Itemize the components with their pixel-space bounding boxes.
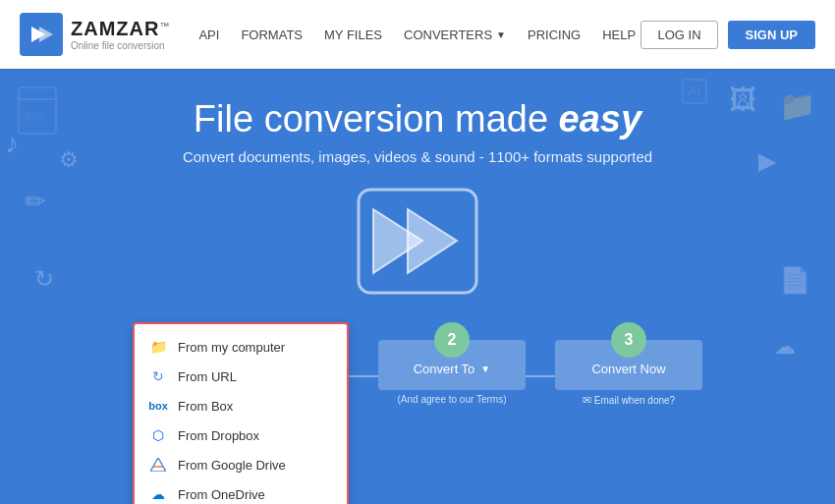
step-connector-1 [349, 375, 378, 377]
terms-label: (And agree to our Terms) [398, 394, 507, 405]
nav-formats[interactable]: FORMATS [241, 28, 303, 42]
step3-bubble: 3 [611, 322, 646, 358]
from-computer-option[interactable]: 📁 From my computer [135, 332, 347, 362]
step-connector-2 [526, 375, 555, 377]
chevron-down-icon: ▼ [480, 364, 490, 374]
logo: ZAMZAR™ Online file conversion [20, 13, 169, 56]
from-gdrive-option[interactable]: From Google Drive [135, 450, 347, 479]
svg-marker-1 [39, 27, 53, 42]
login-button[interactable]: LOG IN [640, 21, 717, 49]
box-icon: box [148, 398, 168, 414]
email-icon: ✉ [583, 394, 591, 407]
hero-title: File conversion made easy [0, 98, 835, 140]
logo-icon [20, 13, 63, 56]
signup-button[interactable]: SIGN UP [728, 21, 815, 49]
hero-section: JPG ♪ ✏ 📁 🖼 ⚙ ▶ 📄 ☁ Ai ↻ File conversion… [0, 69, 835, 504]
navbar: ZAMZAR™ Online file conversion API FORMA… [0, 0, 835, 69]
gdrive-icon [148, 457, 168, 473]
url-icon: ↻ [148, 368, 168, 384]
hero-content: File conversion made easy Convert docume… [0, 69, 835, 303]
big-logo [354, 185, 481, 303]
onedrive-icon: ☁ [148, 486, 168, 502]
step1-area: 📁 From my computer ↻ From URL box From B… [133, 322, 349, 504]
step3-area: 3 Convert Now ✉ Email when done? [555, 322, 702, 407]
email-label: ✉ Email when done? [583, 394, 675, 407]
logo-text: ZAMZAR™ Online file conversion [71, 18, 169, 51]
step2-area: 2 Convert To ▼ (And agree to our Terms) [378, 322, 526, 405]
nav-converters[interactable]: CONVERTERS ▼ [404, 28, 506, 42]
logo-tagline: Online file conversion [71, 40, 169, 51]
chevron-down-icon: ▼ [496, 29, 506, 40]
from-dropbox-option[interactable]: ⬡ From Dropbox [135, 420, 347, 450]
svg-marker-7 [408, 209, 457, 273]
dropbox-icon: ⬡ [148, 427, 168, 443]
nav-buttons: LOG IN SIGN UP [640, 21, 815, 49]
svg-marker-8 [150, 458, 166, 472]
from-url-option[interactable]: ↻ From URL [135, 362, 347, 391]
from-box-option[interactable]: box From Box [135, 391, 347, 420]
from-onedrive-option[interactable]: ☁ From OneDrive [135, 479, 347, 504]
hero-subtitle: Convert documents, images, videos & soun… [0, 148, 835, 165]
nav-api[interactable]: API [198, 28, 219, 42]
nav-links: API FORMATS MY FILES CONVERTERS ▼ PRICIN… [198, 28, 640, 42]
logo-name: ZAMZAR™ [71, 18, 169, 40]
nav-pricing[interactable]: PRICING [528, 28, 581, 42]
nav-help[interactable]: HELP [602, 28, 636, 42]
step2-bubble: 2 [434, 322, 470, 358]
nav-myfiles[interactable]: MY FILES [324, 28, 382, 42]
folder-icon: 📁 [148, 339, 168, 355]
source-dropdown: 📁 From my computer ↻ From URL box From B… [133, 322, 349, 504]
upload-section: 📁 From my computer ↻ From URL box From B… [0, 322, 835, 504]
